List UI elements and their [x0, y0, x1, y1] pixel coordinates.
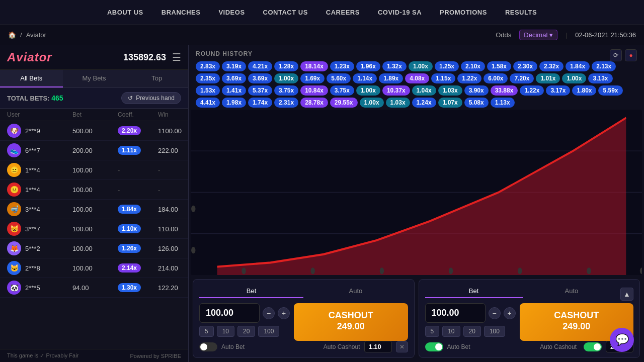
quick2-20[interactable]: 20: [463, 326, 481, 337]
history-badge[interactable]: 1.00x: [356, 85, 380, 96]
history-badge[interactable]: 3.75x: [274, 85, 298, 96]
history-badge[interactable]: 2.10x: [461, 61, 485, 71]
history-badge[interactable]: 28.78x: [300, 98, 328, 108]
history-badge[interactable]: 1.04x: [412, 85, 436, 96]
history-badge[interactable]: 33.88x: [491, 85, 518, 96]
quick-20[interactable]: 20: [237, 326, 255, 337]
history-badge[interactable]: 2.83x: [196, 61, 220, 71]
bet-panel-2-amount-input[interactable]: [425, 303, 486, 323]
history-badge[interactable]: 1.25x: [435, 61, 459, 71]
history-badge[interactable]: 4.21x: [248, 61, 272, 71]
history-badge[interactable]: 2.30x: [513, 61, 537, 71]
history-badge[interactable]: 2.32x: [539, 61, 564, 71]
history-badge[interactable]: 5.59x: [598, 85, 622, 96]
history-refresh-btn[interactable]: ⟳: [610, 49, 622, 61]
history-badge[interactable]: 1.22x: [457, 73, 481, 83]
history-badge[interactable]: 3.69x: [248, 73, 272, 83]
history-badge[interactable]: 18.14x: [300, 61, 328, 71]
history-badge[interactable]: 1.84x: [566, 61, 590, 71]
prev-hand-button[interactable]: ↺ Previous hand: [121, 92, 181, 104]
history-badge[interactable]: 1.13x: [491, 98, 515, 108]
history-badge[interactable]: 5.08x: [464, 98, 489, 108]
bet-panel-1-tab-bet[interactable]: Bet: [199, 285, 303, 298]
history-badge[interactable]: 3.90x: [464, 85, 489, 96]
history-badge[interactable]: 5.37x: [248, 85, 272, 96]
quick2-5[interactable]: 5: [425, 326, 440, 337]
history-badge[interactable]: 1.58x: [487, 61, 511, 71]
history-badge[interactable]: 6.00x: [484, 73, 508, 83]
odds-value[interactable]: Decimal ▾: [519, 30, 557, 40]
history-badge[interactable]: 4.41x: [196, 98, 220, 108]
history-badge[interactable]: 4.08x: [405, 73, 429, 83]
history-badge[interactable]: 3.19x: [222, 61, 246, 71]
bet-panel-2-auto-cashout-toggle[interactable]: [584, 342, 602, 351]
history-badge[interactable]: 1.80x: [572, 85, 596, 96]
nav-link-branches[interactable]: BRANCHES: [162, 9, 201, 16]
history-badge[interactable]: 29.55x: [330, 98, 358, 108]
bet-panel-2-up-arrow[interactable]: ▲: [620, 288, 633, 301]
history-badge[interactable]: 1.28x: [274, 61, 298, 71]
history-badge[interactable]: 1.22x: [520, 85, 544, 96]
history-record-btn[interactable]: ●: [625, 49, 637, 61]
history-badge[interactable]: 1.03x: [438, 85, 462, 96]
history-badge[interactable]: 1.98x: [222, 98, 246, 108]
menu-icon[interactable]: ☰: [172, 51, 181, 63]
history-badge[interactable]: 1.32x: [382, 61, 407, 71]
history-badge[interactable]: 1.00x: [409, 61, 433, 71]
nav-link-about-us[interactable]: ABOUT US: [107, 9, 143, 16]
bet-panel-1-minus-btn[interactable]: −: [263, 307, 275, 319]
history-badge[interactable]: 1.14x: [353, 73, 377, 83]
history-badge[interactable]: 1.03x: [386, 98, 410, 108]
history-badge[interactable]: 1.01x: [536, 73, 560, 83]
history-badge[interactable]: 10.84x: [300, 85, 328, 96]
nav-link-contact-us[interactable]: CONTACT US: [263, 9, 308, 16]
bet-panel-1-auto-cashout-clear[interactable]: ✕: [396, 341, 408, 352]
bet-panel-1-cashout-btn[interactable]: CASHOUT 249.00: [294, 303, 408, 341]
quick2-100[interactable]: 100: [484, 326, 505, 337]
tab-top[interactable]: Top: [125, 70, 188, 87]
chat-bubble[interactable]: 💬: [610, 328, 634, 352]
nav-link-promotions[interactable]: PROMOTIONS: [440, 9, 487, 16]
home-icon[interactable]: 🏠: [8, 31, 16, 39]
bet-panel-1-auto-bet-toggle[interactable]: [199, 342, 217, 351]
tab-my-bets[interactable]: My Bets: [63, 70, 126, 87]
history-badge[interactable]: 1.89x: [379, 73, 403, 83]
history-badge[interactable]: 3.69x: [222, 73, 246, 83]
history-badge[interactable]: 1.23x: [330, 61, 354, 71]
bet-panel-1-tab-auto[interactable]: Auto: [303, 285, 408, 298]
history-badge[interactable]: 1.07x: [438, 98, 462, 108]
history-badge[interactable]: 1.00x: [360, 98, 384, 108]
tab-all-bets[interactable]: All Bets: [0, 70, 63, 87]
history-badge[interactable]: 1.74x: [248, 98, 272, 108]
history-badge[interactable]: 1.41x: [222, 85, 246, 96]
history-badge[interactable]: 5.60x: [327, 73, 351, 83]
history-badge[interactable]: 2.35x: [196, 73, 220, 83]
nav-link-results[interactable]: RESULTS: [505, 9, 537, 16]
quick2-10[interactable]: 10: [442, 326, 460, 337]
bet-panel-1-plus-btn[interactable]: +: [278, 307, 290, 319]
bet-panel-2-tab-auto[interactable]: Auto: [523, 285, 620, 298]
bet-panel-2-minus-btn[interactable]: −: [489, 307, 501, 319]
history-badge[interactable]: 3.75x: [330, 85, 354, 96]
history-badge[interactable]: 2.31x: [274, 98, 298, 108]
bet-panel-2-plus-btn[interactable]: +: [504, 307, 516, 319]
history-badge[interactable]: 3.17x: [546, 85, 570, 96]
history-badge[interactable]: 3.13x: [588, 73, 612, 83]
history-badge[interactable]: 1.00x: [274, 73, 298, 83]
history-badge[interactable]: 1.00x: [562, 73, 586, 83]
history-badge[interactable]: 1.53x: [196, 85, 220, 96]
quick-10[interactable]: 10: [217, 326, 234, 337]
history-badge[interactable]: 1.96x: [356, 61, 380, 71]
nav-link-videos[interactable]: VIDEOS: [218, 9, 245, 16]
nav-link-covid----sa[interactable]: COVID-19 SA: [378, 9, 422, 16]
history-badge[interactable]: 10.37x: [382, 85, 410, 96]
quick-100[interactable]: 100: [258, 326, 279, 337]
bet-panel-2-tab-bet[interactable]: Bet: [425, 285, 523, 298]
bet-panel-1-auto-cashout-input[interactable]: [364, 341, 392, 352]
history-badge[interactable]: 1.15x: [431, 73, 455, 83]
history-badge[interactable]: 1.69x: [300, 73, 325, 83]
history-badge[interactable]: 2.13x: [592, 61, 616, 71]
history-badge[interactable]: 7.20x: [510, 73, 534, 83]
history-badge[interactable]: 1.24x: [412, 98, 436, 108]
quick-5[interactable]: 5: [199, 326, 214, 337]
